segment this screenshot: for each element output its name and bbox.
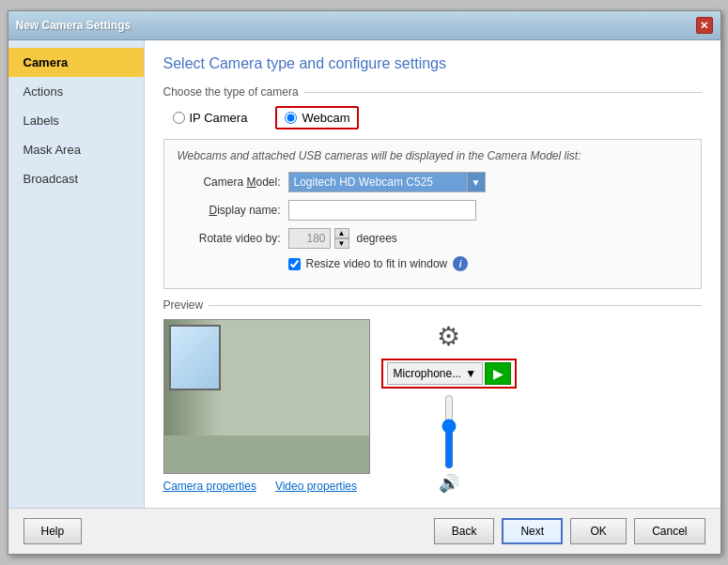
- rotate-input: [288, 228, 331, 249]
- preview-content: Camera properties Video properties ⚙ Mic…: [163, 319, 702, 494]
- ip-camera-label: IP Camera: [190, 111, 248, 125]
- back-button[interactable]: Back: [434, 518, 495, 544]
- resize-checkbox[interactable]: [288, 258, 301, 270]
- camera-links: Camera properties Video properties: [163, 480, 358, 493]
- webcam-option[interactable]: Webcam: [275, 106, 359, 130]
- display-name-label: Display name:: [178, 204, 281, 217]
- spin-down-button[interactable]: ▼: [334, 238, 349, 249]
- sidebar-item-broadcast[interactable]: Broadcast: [8, 164, 144, 193]
- bottom-bar: Help Back Next OK Cancel: [8, 508, 720, 554]
- rotate-row: Rotate video by: ▲ ▼ degrees: [178, 228, 688, 249]
- nav-buttons: Back Next OK Cancel: [434, 518, 705, 544]
- camera-model-value[interactable]: Logitech HD Webcam C525: [288, 172, 467, 192]
- mic-dropdown-arrow: ▼: [465, 367, 476, 380]
- mic-label: Microphone...: [394, 367, 462, 380]
- sidebar: Camera Actions Labels Mask Area Broadcas…: [8, 40, 145, 508]
- camera-preview: [163, 319, 370, 474]
- mic-play-button[interactable]: ▶: [485, 362, 511, 385]
- next-button[interactable]: Next: [502, 518, 563, 544]
- webcam-label: Webcam: [302, 111, 349, 125]
- content-area: Camera Actions Labels Mask Area Broadcas…: [8, 40, 720, 508]
- main-window: New Camera Settings ✕ Camera Actions Lab…: [8, 10, 721, 555]
- ok-button[interactable]: OK: [570, 518, 627, 544]
- sidebar-item-camera[interactable]: Camera: [8, 48, 144, 77]
- sidebar-item-actions[interactable]: Actions: [8, 77, 144, 106]
- camera-model-label: Camera Model:: [178, 176, 281, 189]
- rotate-label: Rotate video by:: [178, 232, 281, 245]
- info-icon[interactable]: i: [453, 256, 468, 271]
- help-button[interactable]: Help: [23, 518, 83, 544]
- resize-label: Resize video to fit in window: [306, 257, 448, 270]
- display-name-input[interactable]: Logitech HD Webcam C525: [288, 200, 476, 221]
- rotate-spinbox: ▲ ▼ degrees: [288, 228, 397, 249]
- sidebar-item-mask-area[interactable]: Mask Area: [8, 135, 144, 164]
- preview-section: Preview Camera properties: [163, 298, 702, 494]
- camera-feed-area: Camera properties Video properties: [163, 319, 370, 493]
- main-panel: Select Camera type and configure setting…: [145, 40, 720, 508]
- title-bar: New Camera Settings ✕: [8, 11, 720, 40]
- degrees-label: degrees: [357, 232, 397, 245]
- camera-model-dropdown-wrapper: Logitech HD Webcam C525 ▼: [288, 172, 486, 192]
- sidebar-item-labels[interactable]: Labels: [8, 106, 144, 135]
- volume-icon: 🔊: [439, 473, 459, 494]
- window-title: New Camera Settings: [16, 19, 132, 32]
- mic-panel: ⚙ Microphone... ▼ ▶: [381, 319, 518, 494]
- camera-type-group-label: Choose the type of camera: [163, 85, 702, 99]
- play-icon: ▶: [493, 366, 503, 381]
- spin-up-button[interactable]: ▲: [334, 228, 349, 238]
- camera-settings-note: Webcams and attached USB cameras will be…: [178, 149, 688, 162]
- camera-type-radio-group: IP Camera Webcam: [173, 106, 702, 130]
- resize-row: Resize video to fit in window i: [288, 256, 688, 271]
- preview-label: Preview: [163, 298, 702, 312]
- section-title: Select Camera type and configure setting…: [163, 55, 702, 72]
- ip-camera-radio[interactable]: [173, 112, 185, 124]
- volume-slider[interactable]: [440, 394, 458, 469]
- camera-model-row: Camera Model: Logitech HD Webcam C525 ▼: [178, 172, 688, 192]
- camera-properties-link[interactable]: Camera properties: [163, 480, 256, 493]
- mic-controls: Microphone... ▼ ▶: [381, 359, 518, 389]
- webcam-radio[interactable]: [285, 112, 297, 124]
- mic-dropdown[interactable]: Microphone... ▼: [387, 362, 484, 385]
- ip-camera-option[interactable]: IP Camera: [173, 111, 248, 125]
- gear-icon-button[interactable]: ⚙: [432, 319, 466, 353]
- camera-settings-box: Webcams and attached USB cameras will be…: [163, 139, 702, 289]
- video-properties-link[interactable]: Video properties: [275, 480, 357, 493]
- camera-model-dropdown-arrow[interactable]: ▼: [467, 172, 486, 192]
- volume-slider-container: 🔊: [439, 394, 459, 494]
- spin-buttons: ▲ ▼: [334, 228, 349, 249]
- cancel-button[interactable]: Cancel: [634, 518, 705, 544]
- gear-icon: ⚙: [437, 321, 460, 352]
- close-button[interactable]: ✕: [696, 17, 713, 34]
- display-name-row: Display name: Logitech HD Webcam C525: [178, 200, 688, 221]
